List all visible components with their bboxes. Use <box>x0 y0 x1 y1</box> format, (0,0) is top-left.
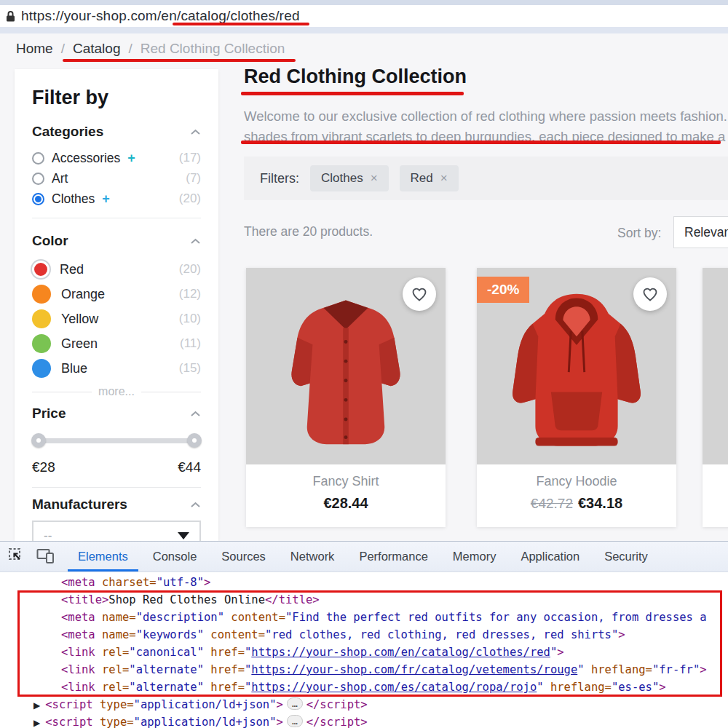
devtools-tabs: Elements Console Sources Network Perform… <box>66 542 660 571</box>
chevron-up-icon[interactable] <box>190 234 201 248</box>
more-label[interactable]: more... <box>98 385 135 398</box>
wishlist-button[interactable] <box>403 277 436 311</box>
product-price: €28.44 <box>246 495 446 512</box>
device-toolbar-icon[interactable] <box>36 547 55 566</box>
breadcrumb-catalog-link[interactable]: Catalog <box>73 41 121 57</box>
code-line-meta-charset[interactable]: <meta charset="utf-8"> <box>0 574 728 591</box>
radio-selected[interactable] <box>32 193 44 205</box>
color-option-blue[interactable]: Blue (15) <box>32 356 201 381</box>
filter-chip-clothes[interactable]: Clothes × <box>310 165 389 191</box>
radio-unselected[interactable] <box>32 173 44 185</box>
divider <box>32 392 92 392</box>
tab-elements[interactable]: Elements <box>66 542 141 571</box>
product-name[interactable]: Fancy Shirt <box>246 474 446 489</box>
radio-unselected[interactable] <box>32 152 44 165</box>
inspect-element-icon[interactable] <box>7 547 25 567</box>
color-count: (15) <box>179 361 201 376</box>
color-swatch-green[interactable] <box>32 334 51 353</box>
product-card-fancy-shirt[interactable]: Fancy Shirt €28.44 <box>246 268 446 527</box>
tab-network[interactable]: Network <box>278 542 347 571</box>
annotation-box-seo-tags <box>17 590 722 697</box>
expand-plus-icon[interactable]: + <box>102 191 110 207</box>
annotation-underline-description <box>241 141 721 144</box>
slider-handle-min[interactable] <box>31 433 46 448</box>
expand-arrow-icon[interactable]: ▶ <box>33 718 40 728</box>
code-line-ldjson-script-2[interactable]: ▶<script type="application/ld+json">…</s… <box>0 713 728 728</box>
collection-description-line1: Welcome to our exclusive collection of r… <box>244 108 728 124</box>
url-text[interactable]: https://your-shop.com/en/catalog/clothes… <box>21 8 300 24</box>
color-label: Yellow <box>61 312 98 327</box>
slider-track[interactable] <box>33 438 199 443</box>
collapsed-content-ellipsis[interactable]: … <box>287 715 303 727</box>
red-shirt-illustration <box>277 290 415 464</box>
category-option-clothes[interactable]: Clothes + (20) <box>32 189 201 209</box>
code-token: "application/ld+json" <box>134 716 277 728</box>
color-option-green[interactable]: Green (11) <box>32 331 201 356</box>
tab-console[interactable]: Console <box>141 542 210 571</box>
divider <box>32 218 201 218</box>
divider <box>32 487 201 488</box>
manufacturers-section-header[interactable]: Manufacturers <box>32 496 201 513</box>
code-token: > <box>277 716 283 728</box>
expand-arrow-icon[interactable]: ▶ <box>33 700 40 711</box>
close-icon[interactable]: × <box>371 171 378 186</box>
product-image[interactable] <box>703 268 728 464</box>
wishlist-button[interactable] <box>633 277 667 311</box>
tab-security[interactable]: Security <box>592 542 660 571</box>
color-option-yellow[interactable]: Yellow (10) <box>32 306 201 331</box>
show-more-colors[interactable]: more... <box>32 385 201 398</box>
categories-section-header[interactable]: Categories <box>32 124 201 140</box>
tab-sources[interactable]: Sources <box>209 542 278 571</box>
breadcrumb-current: Red Clothing Collection <box>141 41 285 57</box>
breadcrumb-separator: / <box>128 41 132 57</box>
color-option-orange[interactable]: Orange (12) <box>32 282 201 306</box>
close-icon[interactable]: × <box>440 171 448 186</box>
code-line-ldjson-script-1[interactable]: ▶<script type="application/ld+json">…</s… <box>0 696 728 713</box>
sort-select[interactable]: Relevance <box>673 216 728 248</box>
expand-plus-icon[interactable]: + <box>127 151 135 166</box>
slider-handle-max[interactable] <box>187 433 202 448</box>
filter-sidebar: Filter by Categories Accessories + (17) … <box>15 69 218 541</box>
product-old-price: €42.72 <box>531 496 573 511</box>
tab-application[interactable]: Application <box>508 542 592 571</box>
price-range-slider[interactable] <box>33 433 199 448</box>
color-section-header[interactable]: Color <box>32 233 201 249</box>
filter-title: Filter by <box>32 69 201 109</box>
caret-down-icon <box>178 532 189 539</box>
product-info: Fancy Hoodie €42.72€34.18 <box>477 464 676 527</box>
color-swatch-blue[interactable] <box>32 359 51 378</box>
color-swatch-orange[interactable] <box>32 285 51 304</box>
code-token: <meta <box>61 576 102 589</box>
code-token: </script> <box>306 698 368 711</box>
color-swatch-red[interactable] <box>32 261 50 278</box>
category-option-art[interactable]: Art (7) <box>32 168 201 189</box>
category-count: (17) <box>179 151 201 165</box>
breadcrumb: Home / Catalog / Red Clothing Collection <box>16 41 285 57</box>
collapsed-content-ellipsis[interactable]: … <box>287 697 303 710</box>
tab-performance[interactable]: Performance <box>347 542 440 571</box>
product-card-fancy-hoodie[interactable]: -20% Fancy Hoodie €42.72€34.18 <box>477 268 676 527</box>
code-token: type= <box>100 698 134 711</box>
category-label: Accessories <box>52 151 120 166</box>
color-label: Red <box>60 262 84 277</box>
chevron-up-icon[interactable] <box>190 498 201 511</box>
code-token: "application/ld+json" <box>134 698 277 711</box>
address-bar[interactable]: https://your-shop.com/en/catalog/clothes… <box>0 5 728 27</box>
category-option-accessories[interactable]: Accessories + (17) <box>32 148 201 168</box>
price-heading: Price <box>32 405 66 422</box>
tab-memory[interactable]: Memory <box>440 542 509 571</box>
filter-chip-red[interactable]: Red × <box>400 165 459 191</box>
price-section-header[interactable]: Price <box>32 405 201 422</box>
breadcrumb-home-link[interactable]: Home <box>16 41 53 57</box>
color-option-red[interactable]: Red (20) <box>32 257 201 282</box>
chevron-up-icon[interactable] <box>190 125 201 138</box>
filters-label: Filters: <box>260 171 299 186</box>
product-name[interactable]: Fancy Hoodie <box>477 474 676 489</box>
product-card-partial[interactable] <box>703 268 728 527</box>
color-swatch-yellow[interactable] <box>32 309 51 328</box>
chevron-up-icon[interactable] <box>190 407 201 420</box>
product-image-shirt[interactable] <box>246 268 446 464</box>
lock-icon <box>6 10 15 22</box>
code-token: type= <box>100 716 134 728</box>
product-image-hoodie[interactable]: -20% <box>477 268 676 464</box>
